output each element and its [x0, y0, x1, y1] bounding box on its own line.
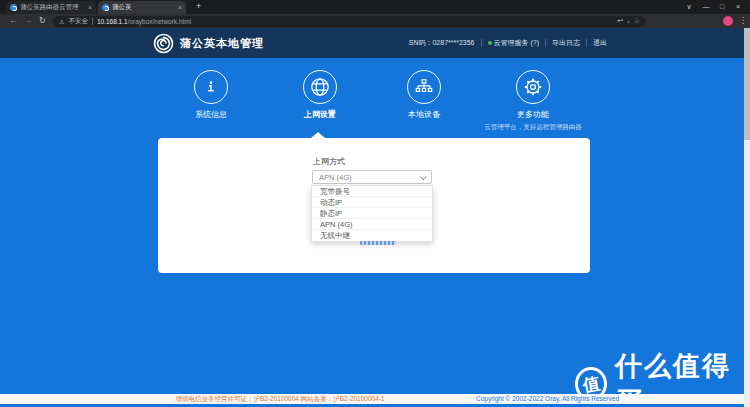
tab-close-icon[interactable]: ×: [178, 4, 182, 11]
tab-search-icon[interactable]: ∨: [682, 0, 696, 14]
dropdown-option-dynamic-ip[interactable]: 动态IP: [312, 197, 432, 208]
security-label: 不安全: [68, 17, 88, 26]
copyright-text: Copyright © 2002-2022 Oray, All Rights R…: [455, 395, 640, 402]
new-tab-button[interactable]: +: [196, 0, 201, 13]
back-icon[interactable]: ←: [9, 14, 17, 28]
devices-icon: [407, 70, 441, 104]
browser-profile-avatar[interactable]: [723, 16, 733, 26]
meta-divider: [586, 39, 587, 47]
logout-link[interactable]: 退出: [593, 38, 607, 48]
info-icon: [194, 70, 228, 104]
license-text: 增值电信业务经营许可证：沪B2-20100004 网站备案：沪B2-201000…: [95, 395, 465, 404]
nav-item-local-devices[interactable]: 本地设备: [364, 70, 484, 120]
connection-mode-dropdown: 宽带拨号 动态IP 静态IP APN (4G) 无线中继: [311, 185, 433, 242]
nav-label: 更多功能: [473, 109, 593, 120]
scrollbar-thumb[interactable]: [744, 28, 750, 140]
meta-divider: [545, 39, 546, 47]
gear-icon: [516, 70, 550, 104]
nav-item-network-settings[interactable]: 上网设置: [260, 70, 380, 120]
partially-hidden-link[interactable]: [360, 241, 396, 245]
nav-item-more-features[interactable]: 更多功能 云管理平台，支持远程管理路由器: [473, 70, 593, 132]
minimize-button[interactable]: —: [699, 0, 713, 14]
url-host: 10.168.1.1: [97, 18, 128, 25]
url-path: /oraybox/network.html: [128, 18, 192, 25]
forward-icon[interactable]: →: [24, 14, 32, 28]
oray-logo-icon: [153, 33, 174, 54]
dropdown-option-static-ip[interactable]: 静态IP: [312, 208, 432, 219]
nav-label: 上网设置: [260, 109, 380, 120]
maximize-button[interactable]: □: [715, 0, 729, 14]
send-to-device-icon[interactable]: ↩: [617, 17, 623, 25]
page-title: 蒲公英本地管理: [180, 36, 264, 51]
tab-title: 蒲公英路由器云管理: [20, 3, 85, 12]
browser-tab-bar: 蒲公英路由器云管理 × 蒲公英 × + ∨ — □ ×: [0, 0, 750, 14]
dropdown-option-apn-4g[interactable]: APN (4G): [312, 219, 432, 230]
reload-icon[interactable]: ↻: [39, 14, 46, 28]
bookmark-star-icon[interactable]: ☆: [634, 17, 640, 25]
close-window-button[interactable]: ×: [731, 0, 745, 14]
cloud-service-link[interactable]: 云管理服务 (?): [488, 38, 540, 48]
brand: 蒲公英本地管理: [153, 28, 264, 58]
browser-tab-2-active[interactable]: 蒲公英 ×: [98, 1, 186, 14]
oray-favicon-icon: [10, 4, 17, 11]
omnibox-divider: [92, 18, 93, 25]
header-meta: SN码：0287****2356 云管理服务 (?) 导出日志 退出: [409, 28, 607, 58]
chevron-down-icon: [420, 173, 426, 179]
dropdown-option-wireless-relay[interactable]: 无线中继: [312, 230, 432, 241]
browser-menu-icon[interactable]: ⋮: [739, 14, 747, 28]
sn-code: SN码：0287****2356: [409, 38, 475, 48]
connection-mode-select[interactable]: APN (4G): [312, 170, 432, 184]
oray-favicon-icon: [102, 4, 109, 11]
field-label: 上网方式: [313, 156, 345, 167]
globe-icon: [303, 70, 337, 104]
browser-tab-1[interactable]: 蒲公英路由器云管理 ×: [6, 1, 96, 14]
screenshot-stage: 蒲公英路由器云管理 × 蒲公英 × + ∨ — □ × ← → ↻ ⚠ 不安全 …: [0, 0, 750, 407]
nav-item-system-info[interactable]: 系统信息: [151, 70, 271, 120]
tab-close-icon[interactable]: ×: [88, 4, 92, 11]
media-frame-icon[interactable]: ▫: [627, 18, 629, 25]
online-status-dot: [488, 41, 492, 45]
nav-label: 本地设备: [364, 109, 484, 120]
tab-title: 蒲公英: [112, 3, 175, 12]
dropdown-option-broadband[interactable]: 宽带拨号: [312, 186, 432, 197]
select-value: APN (4G): [319, 173, 352, 182]
export-log-link[interactable]: 导出日志: [552, 38, 580, 48]
address-bar[interactable]: ⚠ 不安全 10.168.1.1 /oraybox/network.html ↩…: [53, 16, 646, 27]
nav-subtitle: 云管理平台，支持远程管理路由器: [473, 123, 593, 132]
warning-icon: ⚠: [59, 18, 64, 25]
site-header: [0, 28, 744, 58]
nav-label: 系统信息: [151, 109, 271, 120]
meta-divider: [481, 39, 482, 47]
